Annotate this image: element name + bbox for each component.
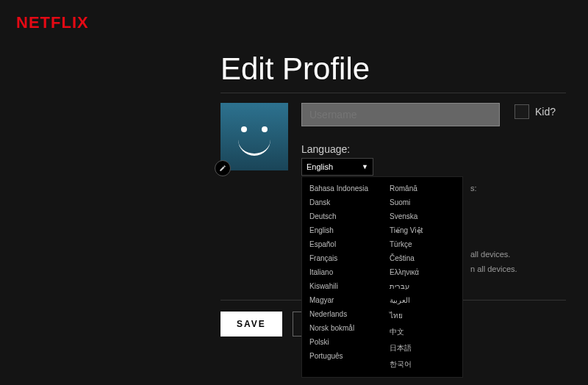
language-option[interactable]: 한국어 <box>382 356 462 373</box>
language-option[interactable]: עברית <box>382 279 462 293</box>
language-option[interactable]: Deutsch <box>302 209 382 223</box>
save-button[interactable]: SAVE <box>220 312 282 337</box>
language-option[interactable]: Norsk bokmål <box>302 321 382 335</box>
language-option[interactable]: Magyar <box>302 293 382 307</box>
language-option[interactable]: 日本語 <box>382 340 462 356</box>
language-option[interactable]: العربية <box>382 293 462 307</box>
language-option[interactable]: Dansk <box>302 195 382 209</box>
language-option[interactable]: Español <box>302 237 382 251</box>
language-select[interactable]: English ▼ <box>301 158 373 176</box>
pencil-icon <box>219 165 226 172</box>
avatar-face-icon <box>220 103 288 170</box>
obscured-text-devices-2: n all devices. <box>470 265 517 273</box>
username-input[interactable] <box>301 103 500 126</box>
language-option[interactable]: Italiano <box>302 265 382 279</box>
language-option[interactable]: Română <box>382 181 462 195</box>
language-option[interactable]: Kiswahili <box>302 279 382 293</box>
language-selected-value: English <box>306 162 333 171</box>
language-option[interactable]: Tiếng Việt <box>382 223 462 237</box>
language-option[interactable]: Čeština <box>382 251 462 265</box>
profile-avatar[interactable] <box>220 103 288 170</box>
netflix-logo: NETFLIX <box>16 13 89 32</box>
edit-avatar-button[interactable] <box>215 160 231 176</box>
language-column-1: Bahasa IndonesiaDanskDeutschEnglishEspañ… <box>302 181 382 373</box>
language-option[interactable]: Bahasa Indonesia <box>302 181 382 195</box>
kid-toggle[interactable]: Kid? <box>514 104 556 119</box>
kid-label: Kid? <box>535 106 556 118</box>
language-option[interactable]: Polski <box>302 335 382 349</box>
language-column-2: RomânăSuomiSvenskaTiếng ViệtTürkçeČeštin… <box>382 181 462 373</box>
language-option[interactable]: Svenska <box>382 209 462 223</box>
language-option[interactable]: Nederlands <box>302 307 382 321</box>
page-title: Edit Profile <box>220 51 370 87</box>
language-option[interactable]: Suomi <box>382 195 462 209</box>
chevron-down-icon: ▼ <box>362 163 368 170</box>
language-option[interactable]: Türkçe <box>382 237 462 251</box>
language-label: Language: <box>301 143 350 155</box>
language-dropdown[interactable]: Bahasa IndonesiaDanskDeutschEnglishEspañ… <box>301 176 463 378</box>
language-option[interactable]: Ελληνικά <box>382 265 462 279</box>
language-option[interactable]: Français <box>302 251 382 265</box>
kid-checkbox[interactable] <box>514 104 529 119</box>
obscured-text-devices-1: all devices. <box>470 250 510 259</box>
language-option[interactable]: English <box>302 223 382 237</box>
obscured-setting-label: s: <box>470 184 477 192</box>
language-option[interactable]: ไทย <box>382 307 462 324</box>
language-option[interactable]: 中文 <box>382 324 462 340</box>
language-option[interactable]: Português <box>302 349 382 363</box>
divider-top <box>220 93 566 93</box>
